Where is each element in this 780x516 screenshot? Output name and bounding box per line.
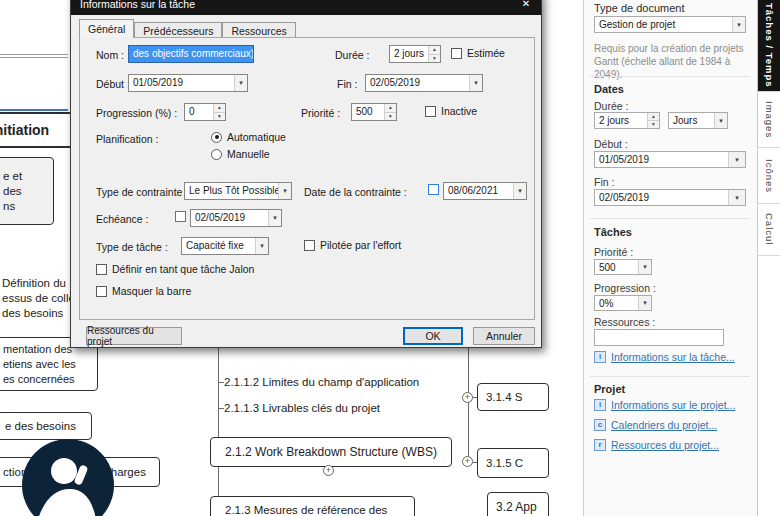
pilotee-checkbox[interactable]: Pilotée par l'effort [304,239,401,251]
chevron-down-icon[interactable]: ▾ [234,75,247,91]
echeance-checkbox[interactable] [175,211,186,222]
calendar-dropdown-icon[interactable]: ▾ [728,152,745,167]
ressources-projet-button[interactable]: Ressources du projet [86,327,182,345]
tab-ressources[interactable]: Ressources [222,22,295,38]
collapse-plus-icon[interactable]: + [462,392,473,403]
diagram-node-wbs[interactable]: 2.1.2 Work Breakdown Structure (WBS) [210,437,452,467]
sidebar-debut-label: Début : [594,138,628,150]
project-calendars-link[interactable]: c Calendriers du projet... [594,419,717,431]
sidebar-fin-datepicker[interactable]: 02/05/2019 ▾ [594,189,746,206]
sidebar-duree-stepper[interactable]: 2 jours ▴▾ [594,112,660,129]
diagram-node-mesures[interactable]: 2.1.3 Mesures de référence des [210,496,415,516]
stepper-arrows-icon[interactable]: ▴▾ [384,104,396,120]
jalon-checkbox[interactable]: Définir en tant que tâche Jalon [96,263,254,275]
project-info-link[interactable]: i Informations sur le projet... [594,399,735,411]
sidebar-duree-label: Durée : [594,100,628,112]
dialog-tabs: Général Prédécesseurs Ressources [79,20,296,38]
type-tache-select[interactable]: Capacité fixe ▾ [181,237,269,255]
diagram-node-315[interactable]: 3.1.5 C [477,448,549,478]
ok-button[interactable]: OK [403,327,463,345]
sidebar-debut-datepicker[interactable]: 01/05/2019 ▾ [594,151,746,168]
date-contrainte-label: Date de la contrainte : [304,186,407,198]
sidebar-priorite-label: Priorité : [594,246,633,258]
priorite-label: Priorité : [301,107,340,119]
tab-images[interactable]: Images [758,92,780,148]
stepper-arrows-icon[interactable]: ▴▾ [428,46,440,62]
type-tache-label: Type de tâche : [96,241,168,253]
watermark-logo [20,437,117,516]
diagram-node-initiation[interactable]: Initiation [0,112,74,148]
stepper-arrows-icon[interactable]: ▴▾ [647,113,659,128]
chevron-down-icon[interactable]: ▾ [469,75,482,91]
duree-stepper[interactable]: 2 jours ▴▾ [389,45,441,63]
chevron-down-icon[interactable]: ▾ [638,260,651,274]
info-icon: i [594,399,606,411]
chevron-down-icon[interactable]: ▾ [513,183,526,199]
node-label: 2.1.3 Mesures de référence des [225,504,387,516]
chevron-down-icon[interactable]: ▾ [278,183,291,199]
tab-predecesseurs[interactable]: Prédécesseurs [134,22,222,38]
tab-calcul[interactable]: Calcul [758,204,780,256]
node-label: 2.1.2 Work Breakdown Structure (WBS) [225,445,437,459]
sidebar-progression-label: Progression : [594,282,656,294]
masquer-barre-checkbox[interactable]: Masquer la barre [96,285,191,297]
echeance-label: Echéance : [96,213,149,225]
date-contrainte-select[interactable]: 08/06/2021 ▾ [443,182,527,200]
debut-label: Début : [96,78,130,90]
diagram-node-32[interactable]: 3.2 App [487,492,549,516]
checkbox-icon [428,184,439,195]
cancel-button[interactable]: Annuler [473,327,535,345]
info-icon: i [594,351,606,363]
calendar-dropdown-icon[interactable]: ▾ [728,190,745,205]
connector-line [468,348,469,464]
diagram-text-limites[interactable]: 2.1.1.2 Limites du champ d'application [224,376,419,388]
echeance-select[interactable]: 02/05/2019 ▾ [190,209,282,227]
date-contrainte-checkbox[interactable] [428,184,439,195]
debut-select[interactable]: 01/05/2019 ▾ [128,74,248,92]
chevron-down-icon[interactable]: ▾ [268,210,281,226]
radio-icon [211,132,222,143]
priorite-stepper[interactable]: 500 ▴▾ [351,103,397,121]
tab-general[interactable]: Général [79,19,134,38]
diagram-text-livrables[interactable]: 2.1.1.3 Livrables clés du projet [224,402,380,414]
sidebar-ressources-input[interactable] [594,329,724,346]
connector-line [0,54,68,55]
divider [590,218,750,219]
tab-icones[interactable]: Icônes [758,148,780,204]
calendar-icon: c [594,419,606,431]
stepper-arrows-icon[interactable]: ▴▾ [213,104,225,120]
tab-taches-temps[interactable]: Tâches / Temps [758,0,780,92]
project-resources-link[interactable]: r Ressources du projet... [594,439,719,451]
sidebar-ressources-label: Ressources : [594,316,655,328]
type-document-select[interactable]: Gestion de projet ▾ [594,16,746,33]
sidebar-progression-select[interactable]: 0% ▾ [594,295,652,311]
progression-label: Progression (%) : [96,107,177,119]
right-panel-tabs: Tâches / Temps Images Icônes Calcul [757,0,780,516]
chevron-down-icon[interactable]: ▾ [638,296,651,310]
progression-stepper[interactable]: 0 ▴▾ [184,103,226,121]
contrainte-select[interactable]: Le Plus Tôt Possible ▾ [184,182,292,200]
collapse-plus-icon[interactable]: + [462,456,473,467]
node-label: Initiation [0,122,49,138]
chevron-down-icon[interactable]: ▾ [255,238,268,254]
fin-select[interactable]: 02/05/2019 ▾ [365,74,483,92]
diagram-text-definition[interactable]: Définition du essus de colle des besoins [2,261,75,321]
selection-line [0,109,68,111]
task-info-link[interactable]: i Informations sur la tâche... [594,351,735,363]
radio-automatique[interactable]: Automatique [211,131,286,143]
chevron-down-icon[interactable]: ▾ [714,113,727,128]
collapse-plus-icon[interactable]: + [323,465,334,476]
node-label: e et des ns [3,169,22,214]
sidebar-priorite-select[interactable]: 500 ▾ [594,259,652,275]
diagram-node-besoins[interactable]: e des besoins [0,412,92,440]
close-icon[interactable]: ✕ [511,0,541,15]
chevron-down-icon[interactable]: ▾ [732,17,745,32]
diagram-node-314[interactable]: 3.1.4 S [477,383,549,411]
diagram-node-portee[interactable]: e et des ns [0,157,54,225]
nom-input[interactable]: des objectifs commerciaux) [128,45,254,63]
inactive-checkbox[interactable]: Inactive [425,105,477,117]
radio-manuelle[interactable]: Manuelle [211,148,270,160]
estimee-checkbox[interactable]: Estimée [451,47,505,59]
nom-label: Nom : [96,49,124,61]
sidebar-unit-select[interactable]: Jours ▾ [668,112,728,129]
